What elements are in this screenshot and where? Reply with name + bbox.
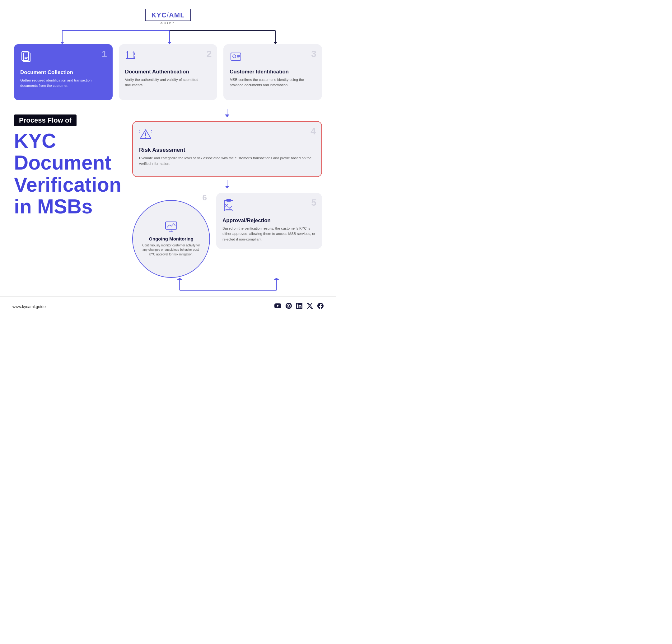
- svg-marker-2: [60, 42, 64, 44]
- top-arrows-area: [14, 28, 322, 44]
- card-1-title: Document Collection: [20, 69, 106, 76]
- card-6: Ongoing Monitoring Continuously monitor …: [132, 200, 210, 278]
- svg-line-28: [139, 130, 140, 131]
- svg-marker-8: [273, 42, 277, 44]
- logo-slash: /: [167, 11, 169, 19]
- svg-rect-14: [128, 51, 133, 59]
- footer-icons: [274, 302, 324, 311]
- x-icon[interactable]: [307, 303, 313, 310]
- three-cards: 1 Document Collection Gather required id…: [14, 44, 322, 100]
- logo: KYC/AML GUIDE: [145, 9, 191, 25]
- svg-marker-25: [225, 115, 229, 117]
- card-5-desc: Based on the verification results, the c…: [223, 226, 316, 242]
- main-title: KYC Document Verification in MSBs: [14, 130, 132, 218]
- card-1: 1 Document Collection Gather required id…: [14, 44, 112, 100]
- card-4-icon: [139, 128, 315, 143]
- card-2-title: Document Authentication: [125, 69, 211, 75]
- bottom-arrows: [132, 278, 322, 294]
- logo-text: KYC/AML: [151, 11, 184, 19]
- page-wrapper: KYC/AML GUIDE: [0, 0, 336, 317]
- card-2-icon: [125, 50, 211, 65]
- svg-point-20: [233, 55, 236, 58]
- footer-url: www.kycaml.guide: [12, 304, 46, 309]
- card-5-title: Approval/Rejection: [223, 217, 316, 224]
- card-4-title: Risk Assessment: [139, 146, 315, 154]
- svg-line-30: [151, 130, 152, 131]
- svg-point-27: [145, 137, 146, 138]
- youtube-icon[interactable]: [274, 302, 281, 311]
- card-5-icon: [223, 199, 316, 214]
- svg-marker-5: [167, 42, 172, 44]
- card-5-number: 5: [311, 197, 316, 208]
- card-6-number: 6: [203, 193, 207, 203]
- svg-marker-47: [274, 278, 279, 280]
- svg-marker-46: [177, 278, 182, 280]
- main-title-text: KYC Document Verification in MSBs: [14, 130, 121, 218]
- card-5: 5 Approval/Rejection Based: [216, 193, 322, 249]
- logo-sub: GUIDE: [145, 22, 191, 25]
- cards-5-6-row: 6: [132, 193, 322, 278]
- card-1-icon: [20, 50, 106, 66]
- arrow-4-to-5: [132, 179, 322, 191]
- linkedin-icon[interactable]: [296, 303, 302, 310]
- bottom-connector-svg: [132, 278, 322, 294]
- process-flow-badge: Process Flow of: [14, 115, 76, 126]
- card-2: 2 Documen: [119, 44, 217, 100]
- arrow-3-to-4: [132, 108, 322, 120]
- logo-aml: AML: [169, 11, 185, 19]
- logo-kyc: KYC: [151, 11, 166, 19]
- top-section: 1 Document Collection Gather required id…: [0, 28, 336, 100]
- card-6-desc: Continuously monitor customer activity f…: [142, 243, 201, 257]
- card-2-desc: Verify the authenticity and validity of …: [125, 77, 211, 88]
- footer: www.kycaml.guide: [0, 297, 336, 317]
- facebook-icon[interactable]: [317, 303, 324, 310]
- top-connector-svg: [14, 28, 322, 44]
- svg-marker-33: [225, 186, 229, 189]
- card-6-wrapper: 6: [132, 193, 210, 278]
- card-2-number: 2: [207, 49, 212, 59]
- header: KYC/AML GUIDE: [0, 0, 336, 28]
- content-section: Process Flow of KYC Document Verificatio…: [0, 105, 336, 294]
- left-block: Process Flow of KYC Document Verificatio…: [14, 105, 132, 294]
- card-3-number: 3: [311, 49, 316, 59]
- card-3: 3 Customer Identification MSB confirms t…: [224, 44, 322, 100]
- card-3-title: Customer Identification: [230, 69, 316, 75]
- card-4-number: 4: [311, 126, 316, 136]
- card-6-title: Ongoing Monitoring: [149, 236, 193, 241]
- right-block: 4 Risk Assessment Evaluate: [132, 105, 322, 294]
- card-4: 4 Risk Assessment Evaluate: [132, 121, 322, 177]
- card-6-icon: [164, 221, 178, 234]
- card-3-desc: MSB confirms the customer's identity usi…: [230, 77, 316, 88]
- card-1-number: 1: [102, 49, 107, 59]
- card-3-icon: [230, 50, 316, 65]
- pinterest-icon[interactable]: [286, 303, 292, 310]
- card-4-desc: Evaluate and categorize the level of ris…: [139, 156, 315, 166]
- card-1-desc: Gather required identification and trans…: [20, 78, 106, 89]
